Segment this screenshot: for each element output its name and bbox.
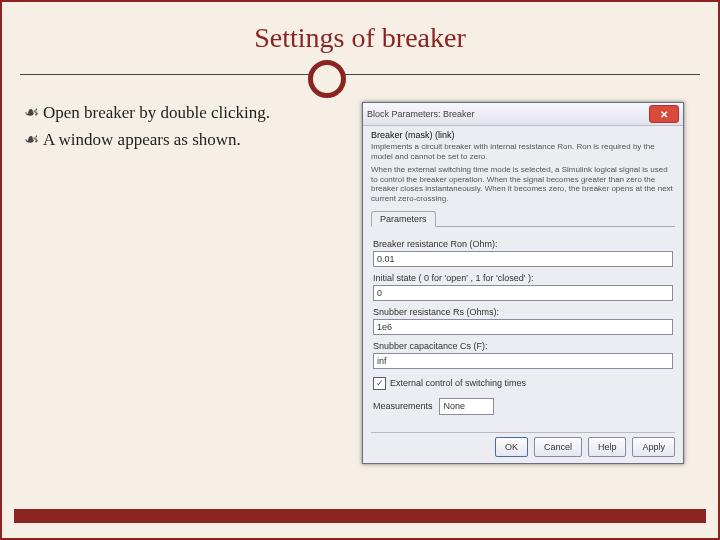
tab-parameters[interactable]: Parameters xyxy=(371,211,436,227)
title-ring-icon xyxy=(308,60,346,98)
measurements-row: Measurements None xyxy=(373,398,673,415)
dialog-title: Block Parameters: Breaker xyxy=(367,109,649,119)
bullet-marker-icon: ☙ xyxy=(24,129,39,152)
snubber-rs-input[interactable] xyxy=(373,319,673,335)
ron-label: Breaker resistance Ron (Ohm): xyxy=(373,239,673,249)
bullet-text: A window appears as shown. xyxy=(43,129,241,152)
cancel-button[interactable]: Cancel xyxy=(534,437,582,457)
ron-input[interactable] xyxy=(373,251,673,267)
slide-frame: Settings of breaker ☙ Open breaker by do… xyxy=(0,0,720,540)
close-icon: ✕ xyxy=(660,109,668,120)
close-button[interactable]: ✕ xyxy=(649,105,679,123)
dialog-button-row: OK Cancel Help Apply xyxy=(495,437,675,457)
external-control-label: External control of switching times xyxy=(390,378,526,388)
measurements-label: Measurements xyxy=(373,401,433,411)
snubber-cs-input[interactable] xyxy=(373,353,673,369)
bullet-list: ☙ Open breaker by double clicking. ☙ A w… xyxy=(24,102,314,156)
tab-row: Parameters xyxy=(371,208,675,227)
dialog-description: Implements a circuit breaker with intern… xyxy=(371,142,675,161)
apply-button[interactable]: Apply xyxy=(632,437,675,457)
dialog-separator xyxy=(371,432,675,433)
bullet-text: Open breaker by double clicking. xyxy=(43,102,270,125)
dialog-window: Block Parameters: Breaker ✕ Breaker (mas… xyxy=(362,102,684,464)
dialog-description: When the external switching time mode is… xyxy=(371,165,675,203)
dialog-titlebar[interactable]: Block Parameters: Breaker ✕ xyxy=(363,103,683,126)
slide-title: Settings of breaker xyxy=(2,22,718,54)
external-control-checkbox[interactable]: ✓ xyxy=(373,377,386,390)
measurements-select[interactable]: None xyxy=(439,398,494,415)
help-button[interactable]: Help xyxy=(588,437,627,457)
snubber-rs-label: Snubber resistance Rs (Ohms): xyxy=(373,307,673,317)
snubber-cs-label: Snubber capacitance Cs (F): xyxy=(373,341,673,351)
initial-state-label: Initial state ( 0 for 'open' , 1 for 'cl… xyxy=(373,273,673,283)
bullet-item: ☙ Open breaker by double clicking. xyxy=(24,102,314,125)
dialog-heading: Breaker (mask) (link) xyxy=(371,130,675,140)
check-icon: ✓ xyxy=(376,378,384,388)
bullet-item: ☙ A window appears as shown. xyxy=(24,129,314,152)
dialog-body: Breaker (mask) (link) Implements a circu… xyxy=(363,126,683,417)
parameters-panel: Breaker resistance Ron (Ohm): Initial st… xyxy=(371,227,675,417)
bullet-marker-icon: ☙ xyxy=(24,102,39,125)
initial-state-input[interactable] xyxy=(373,285,673,301)
external-control-row: ✓ External control of switching times xyxy=(373,377,673,390)
ok-button[interactable]: OK xyxy=(495,437,528,457)
footer-bar xyxy=(14,509,706,523)
title-rule xyxy=(20,74,700,75)
